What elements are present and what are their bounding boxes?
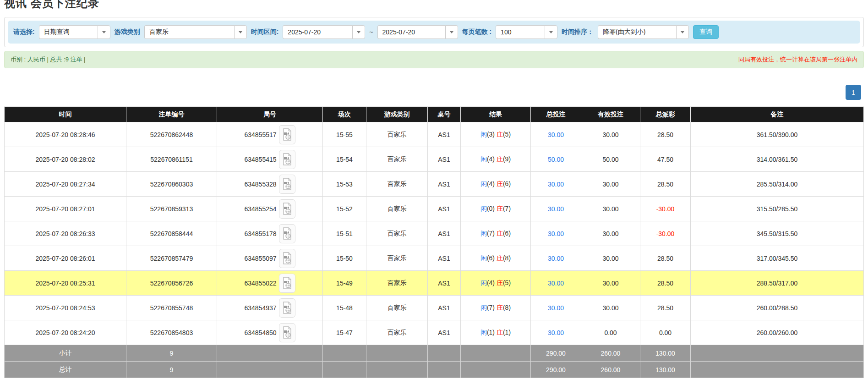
cell-valid-bet: 0.00 bbox=[581, 320, 640, 345]
chevron-down-icon bbox=[102, 31, 106, 33]
date-to-value[interactable]: 2025-07-20 bbox=[377, 25, 445, 39]
player-result: 闲 bbox=[480, 279, 487, 286]
pagination-page-1-button[interactable]: 1 bbox=[846, 85, 861, 100]
video-replay-icon[interactable] bbox=[279, 323, 295, 342]
cell-table-no: AS1 bbox=[428, 246, 461, 271]
cell-round-id: 634855415 bbox=[217, 147, 323, 172]
chevron-down-icon bbox=[450, 31, 453, 33]
query-type-caret-button[interactable] bbox=[98, 25, 110, 39]
video-replay-icon[interactable] bbox=[279, 274, 295, 293]
player-result: 闲 bbox=[480, 155, 487, 163]
banker-result: 庄 bbox=[497, 131, 503, 138]
game-type-value[interactable]: 百家乐 bbox=[144, 25, 234, 39]
time-range-label: 时间区间: bbox=[251, 28, 279, 36]
cell-remark: 260.00/260.00 bbox=[691, 320, 864, 345]
subtotal-total-bet: 290.00 bbox=[531, 345, 581, 362]
query-button[interactable]: 查询 bbox=[693, 25, 719, 39]
cell-game-type: 百家乐 bbox=[366, 197, 428, 221]
subtotal-label: 小计 bbox=[5, 345, 126, 362]
table-row: 2025-07-20 08:27:01 522670859313 6348552… bbox=[5, 197, 864, 221]
cell-session: 15-52 bbox=[323, 197, 366, 221]
video-replay-icon[interactable] bbox=[279, 224, 295, 243]
game-type-select[interactable]: 百家乐 bbox=[144, 25, 247, 39]
per-page-value[interactable]: 100 bbox=[496, 25, 545, 39]
cell-total-bet[interactable]: 50.00 bbox=[531, 147, 581, 172]
header-time: 时间 bbox=[5, 107, 126, 122]
cell-total-bet[interactable]: 30.00 bbox=[531, 221, 581, 246]
cell-payout: 28.50 bbox=[640, 296, 691, 320]
chevron-down-icon bbox=[549, 31, 553, 33]
cell-table-no: AS1 bbox=[428, 122, 461, 147]
time-sort-label: 时间排序： bbox=[562, 28, 594, 36]
cell-game-type: 百家乐 bbox=[366, 221, 428, 246]
cell-round-id: 634855178 bbox=[217, 221, 323, 246]
table-row: 2025-07-20 08:26:33 522670858444 6348551… bbox=[5, 221, 864, 246]
valid-bet-notice: 同局有效投注，统一计算在该局第一张注单内 bbox=[738, 55, 857, 64]
date-from-value[interactable]: 2025-07-20 bbox=[283, 25, 352, 39]
header-remark: 备注 bbox=[691, 107, 864, 122]
table-row: 2025-07-20 08:28:02 522670861151 6348554… bbox=[5, 147, 864, 172]
date-from-select[interactable]: 2025-07-20 bbox=[283, 25, 365, 39]
per-page-caret-button[interactable] bbox=[545, 25, 557, 39]
video-replay-icon[interactable] bbox=[279, 150, 295, 169]
cell-table-no: AS1 bbox=[428, 296, 461, 320]
grand-total-valid-bet: 260.00 bbox=[581, 362, 640, 378]
query-type-select[interactable]: 日期查询 bbox=[39, 25, 110, 39]
cell-game-type: 百家乐 bbox=[366, 246, 428, 271]
cell-total-bet[interactable]: 30.00 bbox=[531, 122, 581, 147]
cell-remark: 361.50/390.00 bbox=[691, 122, 864, 147]
cell-valid-bet: 50.00 bbox=[581, 147, 640, 172]
grand-total-total-bet: 290.00 bbox=[531, 362, 581, 378]
cell-total-bet[interactable]: 30.00 bbox=[531, 296, 581, 320]
cell-valid-bet: 30.00 bbox=[581, 271, 640, 296]
header-payout: 总派彩 bbox=[640, 107, 691, 122]
date-to-select[interactable]: 2025-07-20 bbox=[377, 25, 458, 39]
date-to-caret-button[interactable] bbox=[445, 25, 458, 39]
cell-time: 2025-07-20 08:28:02 bbox=[5, 147, 126, 172]
cell-payout: -30.00 bbox=[640, 197, 691, 221]
cell-time: 2025-07-20 08:26:33 bbox=[5, 221, 126, 246]
video-replay-icon[interactable] bbox=[279, 125, 295, 144]
subtotal-payout: 130.00 bbox=[640, 345, 691, 362]
banker-result: 庄 bbox=[497, 254, 503, 262]
banker-result: 庄 bbox=[497, 205, 503, 212]
cell-total-bet[interactable]: 30.00 bbox=[531, 271, 581, 296]
cell-total-bet[interactable]: 30.00 bbox=[531, 197, 581, 221]
cell-total-bet[interactable]: 30.00 bbox=[531, 246, 581, 271]
cell-game-type: 百家乐 bbox=[366, 296, 428, 320]
video-replay-icon[interactable] bbox=[279, 249, 295, 268]
game-type-caret-button[interactable] bbox=[234, 25, 247, 39]
cell-time: 2025-07-20 08:25:31 bbox=[5, 271, 126, 296]
cell-payout: 28.50 bbox=[640, 246, 691, 271]
player-result: 闲 bbox=[480, 205, 487, 212]
cell-total-bet[interactable]: 30.00 bbox=[531, 320, 581, 345]
per-page-select[interactable]: 100 bbox=[496, 25, 557, 39]
banker-result: 庄 bbox=[497, 155, 503, 163]
cell-bet-id: 522670856726 bbox=[126, 271, 217, 296]
time-sort-value[interactable]: 降幂(由大到小) bbox=[598, 25, 676, 39]
player-result: 闲 bbox=[480, 131, 487, 138]
banker-result: 庄 bbox=[497, 180, 503, 187]
video-replay-icon[interactable] bbox=[279, 298, 295, 318]
subtotal-row: 小计 9 290.00 260.00 130.00 bbox=[5, 345, 864, 362]
cell-round-id: 634854850 bbox=[217, 320, 323, 345]
time-sort-caret-button[interactable] bbox=[676, 25, 689, 39]
grand-total-count: 9 bbox=[126, 362, 217, 378]
grand-total-label: 总计 bbox=[5, 362, 126, 378]
table-row: 2025-07-20 08:25:31 522670856726 6348550… bbox=[5, 271, 864, 296]
query-type-value[interactable]: 日期查询 bbox=[39, 25, 98, 39]
chevron-down-icon bbox=[357, 31, 360, 33]
cell-game-type: 百家乐 bbox=[366, 320, 428, 345]
header-bet-id: 注单编号 bbox=[126, 107, 217, 122]
cell-total-bet[interactable]: 30.00 bbox=[531, 172, 581, 197]
video-replay-icon[interactable] bbox=[279, 175, 295, 194]
player-result: 闲 bbox=[480, 180, 487, 187]
video-replay-icon[interactable] bbox=[279, 199, 295, 219]
page-title-wrap: 视讯 会员下注纪录 bbox=[4, 0, 864, 10]
time-sort-select[interactable]: 降幂(由大到小) bbox=[598, 25, 689, 39]
cell-round-id: 634854937 bbox=[217, 296, 323, 320]
date-from-caret-button[interactable] bbox=[352, 25, 365, 39]
header-result: 结果 bbox=[461, 107, 531, 122]
cell-table-no: AS1 bbox=[428, 271, 461, 296]
cell-round-id: 634855328 bbox=[217, 172, 323, 197]
